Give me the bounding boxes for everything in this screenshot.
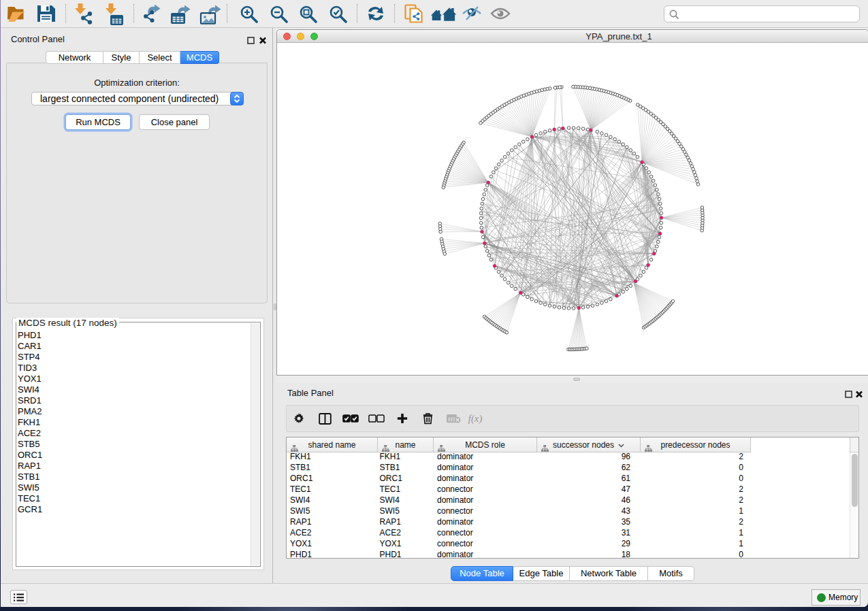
svg-text:f(x): f(x) <box>468 413 483 425</box>
